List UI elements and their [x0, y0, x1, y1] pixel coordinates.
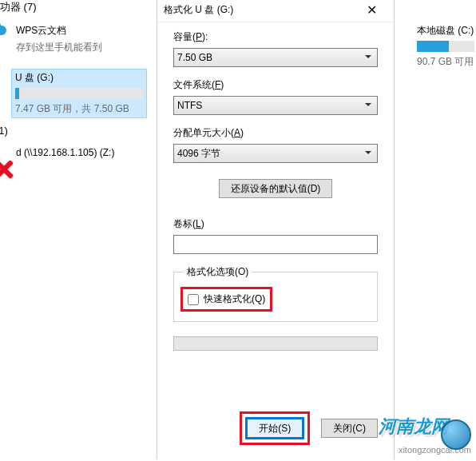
format-options-fieldset: 格式化选项(O) 快速格式化(Q) — [173, 265, 378, 322]
network-section-header: (1) — [0, 125, 8, 137]
allocation-select[interactable]: 4096 字节 — [173, 144, 378, 163]
error-x-icon — [0, 160, 14, 182]
drive-network[interactable]: d (\\192.168.1.105) (Z:) — [16, 147, 114, 161]
drive-status: 90.7 GB 可用 — [417, 55, 474, 69]
format-dialog: 格式化 U 盘 (G:) ✕ 容量(P): 7.50 GB 文件系统(F) NT… — [157, 0, 395, 459]
progress-bar — [173, 336, 378, 351]
close-icon[interactable]: ✕ — [355, 4, 387, 17]
volume-label-label: 卷标(L) — [173, 217, 378, 231]
filesystem-field: 文件系统(F) NTFS — [173, 78, 378, 115]
highlight-quick-format: 快速格式化(Q) — [180, 287, 272, 312]
allocation-field: 分配单元大小(A) 4096 字节 — [173, 126, 378, 163]
format-options-legend: 格式化选项(O) — [184, 265, 252, 279]
drive-usb[interactable]: U 盘 (G:) 7.47 GB 可用，共 7.50 GB — [11, 69, 147, 118]
drive-subtitle: 存到这里手机能看到 — [16, 41, 102, 54]
quick-format-label: 快速格式化(Q) — [204, 292, 265, 306]
restore-defaults-button[interactable]: 还原设备的默认值(D) — [219, 179, 333, 198]
capacity-label: 容量(P): — [173, 30, 378, 44]
devices-section-header: 功器 (7) — [0, 0, 37, 14]
quick-format-row[interactable]: 快速格式化(Q) — [188, 292, 265, 306]
start-button[interactable]: 开始(S) — [247, 419, 303, 438]
drive-status: 7.47 GB 可用，共 7.50 GB — [15, 102, 143, 116]
allocation-label: 分配单元大小(A) — [173, 126, 378, 140]
capacity-select[interactable]: 7.50 GB — [173, 48, 378, 67]
highlight-start-button: 开始(S) — [240, 411, 310, 445]
filesystem-select[interactable]: NTFS — [173, 96, 378, 115]
close-button[interactable]: 关闭(C) — [321, 419, 378, 438]
drive-title: U 盘 (G:) — [15, 71, 143, 85]
dialog-title: 格式化 U 盘 (G:) — [164, 3, 355, 17]
drive-title: 本地磁盘 (C:) — [417, 24, 474, 38]
filesystem-label: 文件系统(F) — [173, 78, 378, 92]
titlebar: 格式化 U 盘 (G:) ✕ — [157, 0, 394, 22]
capacity-bar — [15, 88, 143, 99]
cloud-icon — [0, 26, 6, 38]
volume-label-input[interactable] — [173, 235, 378, 254]
volume-label-field: 卷标(L) — [173, 217, 378, 254]
drive-title: d (\\192.168.1.105) (Z:) — [16, 147, 114, 158]
drive-wps[interactable]: WPS云文档 存到这里手机能看到 — [16, 24, 102, 54]
drive-title: WPS云文档 — [16, 24, 102, 38]
capacity-field: 容量(P): 7.50 GB — [173, 30, 378, 67]
quick-format-checkbox[interactable] — [188, 294, 199, 305]
capacity-bar — [417, 41, 474, 52]
drive-local-c[interactable]: 本地磁盘 (C:) 90.7 GB 可用 — [417, 24, 474, 69]
